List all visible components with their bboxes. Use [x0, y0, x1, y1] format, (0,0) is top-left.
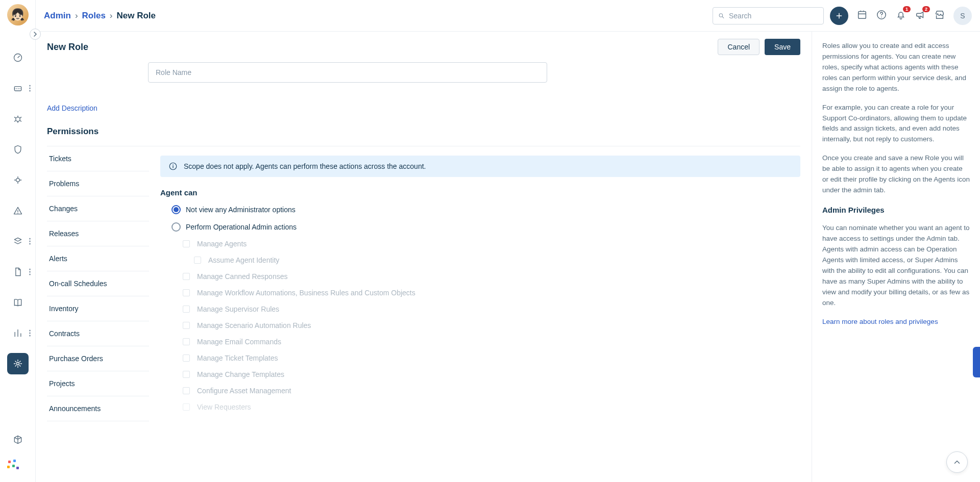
perm-tab-releases[interactable]: Releases — [47, 221, 149, 246]
svg-point-3 — [16, 179, 19, 182]
app-switcher[interactable] — [7, 460, 19, 472]
perm-tab-projects[interactable]: Projects — [47, 371, 149, 396]
check-manage-email[interactable]: Manage Email Commands — [183, 338, 800, 346]
bell-badge: 1 — [903, 6, 911, 12]
search-field[interactable] — [729, 12, 818, 20]
breadcrumb-admin[interactable]: Admin — [44, 11, 71, 21]
expand-rail-button[interactable] — [30, 29, 41, 40]
nav-alerts[interactable] — [7, 200, 29, 221]
perm-tab-tickets[interactable]: Tickets — [47, 146, 149, 171]
nav-releases[interactable] — [7, 169, 29, 191]
check-assume-identity[interactable]: Assume Agent Identity — [194, 256, 800, 264]
cancel-button[interactable]: Cancel — [718, 39, 760, 55]
radio-icon — [172, 222, 181, 232]
feedback-tab[interactable] — [973, 347, 980, 377]
scroll-top-button[interactable] — [946, 451, 968, 473]
perm-tab-po[interactable]: Purchase Orders — [47, 346, 149, 371]
search-input[interactable] — [713, 7, 824, 24]
calendar-button[interactable] — [856, 9, 868, 22]
permissions-heading: Permissions — [47, 119, 800, 146]
checkbox-icon — [183, 306, 190, 313]
chevron-up-icon — [952, 458, 962, 467]
nav-problems[interactable] — [7, 108, 29, 130]
check-manage-supervisor[interactable]: Manage Supervisor Rules — [183, 305, 800, 313]
gear-icon — [13, 359, 23, 369]
help-panel: Roles allow you to create and edit acces… — [812, 32, 980, 482]
nav-solutions[interactable] — [7, 261, 29, 283]
learn-more-link[interactable]: Learn more about roles and privileges — [822, 318, 938, 325]
page-title: New Role — [47, 42, 88, 53]
scope-banner: Scope does not apply. Agents can perform… — [160, 156, 800, 177]
notifications-button[interactable]: 1 — [895, 9, 906, 22]
nav-knowledge[interactable] — [7, 292, 29, 313]
chevron-right-icon: › — [75, 11, 78, 21]
bar-chart-icon — [13, 328, 23, 338]
perm-tab-announcements[interactable]: Announcements — [47, 396, 149, 421]
checkbox-label: Manage Canned Responses — [197, 272, 287, 281]
nav-assets[interactable] — [7, 231, 29, 252]
add-description-link[interactable]: Add Description — [47, 104, 97, 112]
help-heading: Admin Privileges — [822, 204, 970, 216]
check-manage-agents[interactable]: Manage Agents — [183, 240, 800, 248]
nav-admin[interactable] — [7, 353, 29, 374]
spark-icon — [13, 175, 23, 185]
check-manage-change-tpl[interactable]: Manage Change Templates — [183, 370, 800, 378]
scope-text: Scope does not apply. Agents can perform… — [184, 162, 426, 170]
perm-tab-changes[interactable]: Changes — [47, 196, 149, 221]
add-button[interactable] — [830, 7, 848, 25]
shield-icon — [13, 144, 23, 155]
product-avatar[interactable]: 👧🏻 — [7, 4, 29, 26]
nav-reports[interactable] — [7, 322, 29, 344]
announcements-button[interactable]: 2 — [915, 9, 926, 22]
gauge-icon — [13, 53, 23, 63]
nav-cube[interactable] — [7, 429, 29, 450]
checkbox-label: View Requesters — [197, 403, 251, 411]
nav-changes[interactable] — [7, 139, 29, 160]
left-rail: 👧🏻 — [0, 0, 36, 482]
nav-dashboard[interactable] — [7, 47, 29, 68]
help-button[interactable] — [876, 9, 887, 22]
calendar-icon — [856, 9, 868, 20]
svg-point-4 — [16, 363, 19, 365]
checkbox-icon — [194, 257, 201, 264]
plus-icon — [835, 12, 843, 20]
check-view-requesters[interactable]: View Requesters — [183, 403, 800, 411]
check-manage-ticket-tpl[interactable]: Manage Ticket Templates — [183, 354, 800, 362]
checkbox-label: Manage Ticket Templates — [197, 354, 278, 362]
breadcrumb-roles[interactable]: Roles — [82, 11, 106, 21]
checkbox-label: Manage Workflow Automations, Business Ru… — [197, 289, 415, 297]
info-icon — [168, 162, 178, 171]
checkbox-icon — [183, 338, 190, 345]
svg-point-2 — [15, 117, 19, 121]
save-button[interactable]: Save — [765, 39, 800, 55]
permissions-content: Scope does not apply. Agents can perform… — [149, 146, 800, 432]
profile-avatar[interactable]: S — [953, 7, 972, 25]
radio-not-view[interactable]: Not view any Administrator options — [172, 205, 800, 214]
nav-tickets[interactable] — [7, 78, 29, 99]
perm-tab-problems[interactable]: Problems — [47, 171, 149, 196]
bug-icon — [13, 114, 23, 124]
check-manage-scenario[interactable]: Manage Scenario Automation Rules — [183, 321, 800, 329]
help-text: You can nominate whether you want an age… — [822, 223, 970, 308]
role-name-input[interactable] — [148, 62, 547, 83]
agent-can-heading: Agent can — [160, 188, 800, 197]
check-manage-workflow[interactable]: Manage Workflow Automations, Business Ru… — [183, 289, 800, 297]
breadcrumb-current: New Role — [117, 11, 156, 21]
checkbox-label: Manage Scenario Automation Rules — [197, 321, 311, 329]
checkbox-icon — [183, 240, 190, 247]
perm-tab-alerts[interactable]: Alerts — [47, 246, 149, 271]
checkbox-icon — [183, 387, 190, 394]
help-text: For example, you can create a role for y… — [822, 103, 970, 145]
radio-icon — [172, 205, 181, 214]
radio-perform[interactable]: Perform Operational Admin actions — [172, 222, 800, 232]
chevron-right-icon: › — [110, 11, 113, 21]
marketplace-button[interactable] — [934, 9, 945, 22]
checkbox-icon — [183, 289, 190, 296]
check-configure-asset[interactable]: Configure Asset Management — [183, 387, 800, 395]
checkbox-label: Manage Agents — [197, 240, 247, 248]
help-text: Roles allow you to create and edit acces… — [822, 41, 970, 94]
perm-tab-inventory[interactable]: Inventory — [47, 296, 149, 321]
perm-tab-oncall[interactable]: On-call Schedules — [47, 271, 149, 296]
perm-tab-contracts[interactable]: Contracts — [47, 321, 149, 346]
check-manage-canned[interactable]: Manage Canned Responses — [183, 272, 800, 281]
